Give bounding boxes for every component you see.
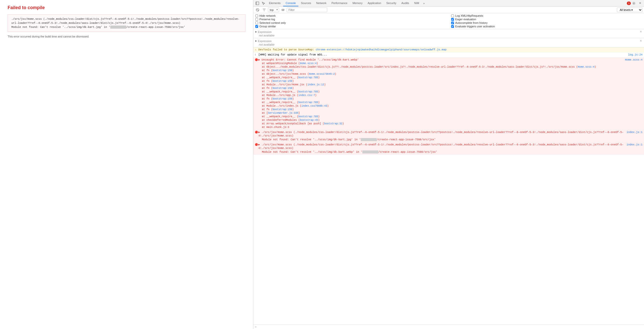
tab-elements[interactable]: Elements: [266, 0, 283, 6]
tab-network[interactable]: Network: [314, 0, 329, 6]
expression-label-1: Expression: [258, 30, 272, 33]
console-filter-input[interactable]: [287, 8, 327, 12]
console-input[interactable]: [258, 325, 642, 328]
devtools-panel: Elements Console Sources Network Perform…: [253, 0, 644, 329]
stack-index-css-link[interactable]: index.css7008b:43: [301, 105, 327, 107]
eager-eval-checkbox[interactable]: [451, 18, 454, 21]
missing-jpg-main: ▶ ./src/jsx/Home.scss (./node_modules/cs…: [258, 130, 627, 138]
tab-memory[interactable]: Memory: [350, 0, 365, 6]
uncaught-stack: at webpackMissingModule (Home.scss:4) at…: [258, 62, 625, 129]
option-preserve-log[interactable]: Preserve log: [255, 18, 446, 21]
devtools-tabs: Elements Console Sources Network Perform…: [266, 0, 426, 6]
stack-bootstrap-2[interactable]: bootstrap:785: [298, 76, 318, 79]
stack-bootstrap-3[interactable]: bootstrap:150: [273, 80, 292, 83]
stack-bootstrap-4[interactable]: bootstrap:150: [273, 87, 292, 90]
expression-value-1: not available: [255, 34, 642, 37]
expression-triangle-icon-2: ▶: [255, 40, 257, 42]
log-location-webp[interactable]: index.js:1: [627, 143, 642, 147]
tab-application[interactable]: Application: [365, 0, 384, 6]
browser-content: Failed to compile ./src/jsx/Home.scss (.…: [0, 0, 253, 329]
devtools-inspect-icon[interactable]: [260, 0, 266, 6]
expression-close-2[interactable]: ✕: [640, 39, 642, 43]
tab-security[interactable]: Security: [384, 0, 399, 6]
log-entry-missing-webp: 🔴 ▶ ./src/jsx/Home.scss (./node_modules/…: [253, 142, 644, 155]
stack-bootstrap-10[interactable]: bootstrap:45: [300, 119, 318, 122]
console-filter-icon[interactable]: [261, 7, 267, 13]
preserve-log-checkbox[interactable]: [255, 18, 258, 21]
option-log-xmlhttp[interactable]: Log XMLHttpRequests: [451, 14, 642, 17]
expression-triangle-icon-1: ▶: [255, 31, 257, 33]
log-xmlhttp-checkbox[interactable]: [451, 14, 454, 17]
error-title: Failed to compile: [8, 5, 245, 10]
error-box: ./src/jsx/Home.scss (./node_modules/css-…: [8, 14, 245, 32]
error-line-2: Module not found: Can't resolve '../scss…: [11, 25, 242, 29]
svg-line-4: [257, 9, 259, 11]
selected-context-checkbox[interactable]: [255, 22, 258, 24]
stack-home-scss-link[interactable]: Home.scss173645:2: [309, 73, 335, 75]
sourcemap-link[interactable]: chrome-extension://hdokiejnpimakedhaihdl…: [316, 48, 447, 51]
log-location-jpg[interactable]: index.js:1: [627, 130, 642, 134]
stack-bootstrap-7[interactable]: bootstrap:785: [298, 101, 318, 104]
devtools-settings-icon[interactable]: [631, 0, 637, 6]
tab-nim[interactable]: NiM: [412, 0, 422, 6]
log-entry-uncaught-error: 🔴 ▶ Uncaught Error: Cannot find module '…: [253, 57, 644, 130]
error-line-1: ./src/jsx/Home.scss (./node_modules/css-…: [11, 17, 242, 25]
missing-webp-main: ▶ ./src/jsx/Home.scss (./node_modules/cs…: [258, 143, 627, 150]
log-entry-hmr: ℹ [HMR] Waiting for update signal from W…: [253, 52, 644, 57]
stack-index-link[interactable]: index.js:12: [307, 83, 324, 86]
tab-audits[interactable]: Audits: [399, 0, 412, 6]
expression-close-1[interactable]: ✕: [640, 30, 642, 33]
stack-bootstrap-6[interactable]: bootstrap:150: [273, 98, 292, 100]
option-hide-network[interactable]: Hide network: [255, 14, 446, 17]
stack-home-link-1[interactable]: Home.scss:4: [300, 62, 317, 65]
expression-area-2: ▶ Expression ✕ not available: [253, 38, 644, 47]
option-autocomplete[interactable]: Autocomplete from history: [451, 21, 642, 24]
uncaught-error-main: ▶ Uncaught Error: Cannot find module '..…: [258, 58, 625, 62]
stack-appcss-link[interactable]: index.css:7: [298, 94, 315, 97]
devtools-topbar: Elements Console Sources Network Perform…: [253, 0, 644, 7]
log-location-hmr[interactable]: log.js:24: [628, 53, 642, 57]
console-eye-icon[interactable]: [280, 7, 286, 13]
warning-icon: ⚠: [255, 48, 258, 52]
autocomplete-checkbox[interactable]: [451, 22, 454, 24]
option-group-similar[interactable]: Group similar: [255, 25, 446, 28]
group-similar-checkbox[interactable]: [255, 25, 258, 28]
option-eager-eval[interactable]: Eager evaluation: [451, 18, 642, 21]
stack-bootstrap-11[interactable]: bootstrap:32: [324, 122, 342, 125]
console-toolbar: top ▼ All levels ▾: [253, 7, 644, 13]
log-content-hmr: [HMR] Waiting for update signal from WDS…: [258, 53, 628, 57]
stack-bootstrap-5[interactable]: bootstrap:785: [298, 90, 318, 93]
tab-console[interactable]: Console: [283, 0, 298, 6]
option-selected-context[interactable]: Selected context only: [255, 21, 446, 24]
stack-home-link-2[interactable]: Home.scss:4: [578, 66, 594, 68]
log-content-missing-jpg: ▶ ./src/jsx/Home.scss (./node_modules/cs…: [258, 130, 627, 142]
console-prompt: >: [255, 325, 257, 328]
context-selector-wrapper[interactable]: top ▼: [268, 8, 279, 12]
log-location-uncaught[interactable]: Home.scss:4: [625, 58, 642, 62]
stack-bootstrap-1[interactable]: bootstrap:150: [273, 69, 292, 72]
stack-bootstrap-8[interactable]: bootstrap:150: [273, 108, 292, 111]
devtools-dock-icon[interactable]: [254, 0, 260, 6]
log-content-missing-webp: ▶ ./src/jsx/Home.scss (./node_modules/cs…: [258, 143, 627, 154]
evaluate-triggers-checkbox[interactable]: [451, 25, 454, 28]
stack-bootstrap-9[interactable]: bootstrap:785: [298, 115, 318, 118]
tab-more-button[interactable]: »: [422, 0, 426, 6]
expression-header-2[interactable]: ▶ Expression ✕: [255, 39, 642, 43]
stack-serviceworker-link[interactable]: ServiceWorker.js:335: [268, 112, 298, 114]
svg-point-6: [283, 9, 283, 10]
log-content-sourcemap: DevTools failed to parse SourceMap: chro…: [258, 48, 642, 52]
tab-performance[interactable]: Performance: [329, 0, 350, 6]
log-levels-select[interactable]: All levels ▾: [617, 8, 642, 12]
context-select[interactable]: top: [268, 8, 279, 12]
expression-header-1[interactable]: ▶ Expression ✕: [255, 30, 642, 33]
tab-sources[interactable]: Sources: [298, 0, 314, 6]
devtools-close-button[interactable]: ✕: [637, 0, 643, 6]
expression-value-2: not available: [255, 43, 642, 46]
option-evaluate-triggers[interactable]: Evaluate triggers user activation: [451, 25, 642, 28]
expression-label-2: Expression: [258, 40, 272, 43]
console-input-row: >: [253, 324, 644, 329]
console-options: Hide network Log XMLHttpRequests Preserv…: [253, 13, 644, 29]
console-clear-button[interactable]: [255, 7, 260, 13]
hide-network-checkbox[interactable]: [255, 14, 258, 17]
console-toolbar-left: [255, 7, 267, 13]
